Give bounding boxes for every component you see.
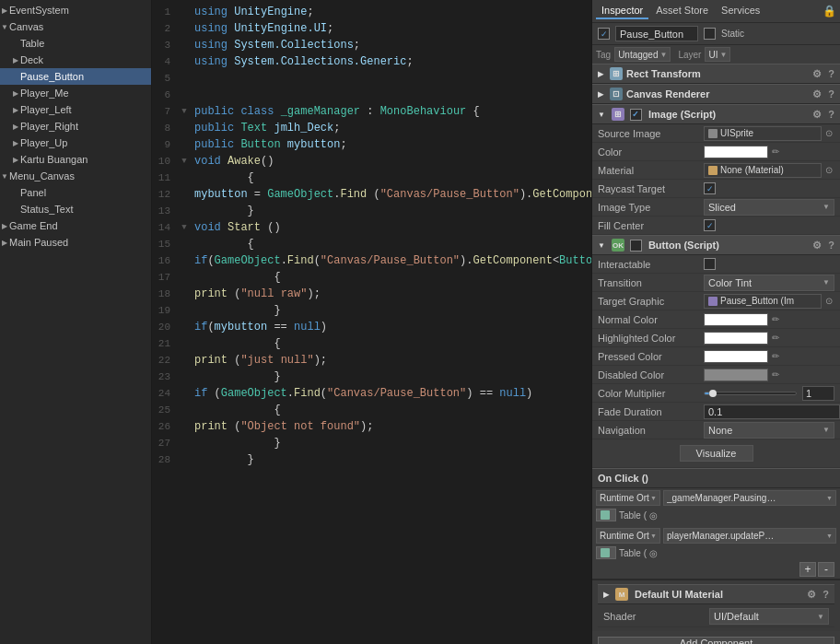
material-header[interactable]: ▶ M Default UI Material ⚙ ? [598,584,834,604]
image-type-dropdown[interactable]: Sliced ▼ [704,199,834,216]
event1-runtime-dropdown[interactable]: Runtime Ort▼ [596,490,660,506]
event1-table-label: Table ( ◎ [619,510,658,521]
button-enabled-checkbox[interactable] [630,240,642,252]
img-settings-icon[interactable]: ⚙ [812,109,822,121]
code-area[interactable]: 1using UnityEngine;2using UnityEngine.UI… [152,0,591,644]
inspector-lock-icon[interactable]: 🔒 [822,5,836,18]
hierarchy-item-canvas[interactable]: ▼Canvas [0,18,151,35]
tag-dropdown[interactable]: Untagged▼ [614,47,671,62]
disabled-color-swatch[interactable] [704,369,768,381]
img-help-icon[interactable]: ? [828,109,834,120]
gameobject-name-input[interactable] [615,26,698,41]
source-image-edit[interactable]: ⊙ [823,128,834,138]
transition-label: Transition [598,277,704,288]
inspector-tab-asset-store[interactable]: Asset Store [650,3,714,19]
img-collapse-arrow: ▼ [598,111,605,119]
navigation-dropdown[interactable]: None ▼ [704,422,834,439]
collapse-icon[interactable]: ▼ [178,103,191,120]
color-multiplier-label: Color Multiplier [598,388,704,399]
fade-duration-input[interactable] [704,404,840,419]
tg-edit[interactable]: ⊙ [823,296,834,306]
component-settings-icon[interactable]: ⚙ [812,68,822,80]
target-graphic-ref[interactable]: Pause_Button (Im [704,294,822,309]
normal-color-swatch[interactable] [704,313,768,326]
tree-arrow: ▶ [0,239,9,247]
material-ref[interactable]: None (Material) [704,163,822,178]
fill-center-checkbox[interactable]: ✓ [704,219,716,231]
event2-runtime-dropdown[interactable]: Runtime Ort▼ [596,528,660,544]
event1-func-dropdown[interactable]: _gameManager.PausingGame ▼ [663,490,836,506]
line-number: 22 [152,352,178,369]
line-content: } [191,435,591,451]
hierarchy-item-main-paused[interactable]: ▶Main Paused [0,234,151,251]
line-content: print ("just null"); [191,352,591,369]
image-enabled-checkbox[interactable]: ✓ [630,109,642,121]
hierarchy-item-kartu-buangan[interactable]: ▶Kartu Buangan [0,151,151,168]
btn-help-icon[interactable]: ? [828,240,834,251]
inspector-tab-inspector[interactable]: Inspector [596,3,648,19]
component-help-icon[interactable]: ? [828,68,834,79]
layer-dropdown[interactable]: UI▼ [705,47,730,62]
mat-settings-icon[interactable]: ⚙ [807,589,816,601]
dc-edit[interactable]: ✏ [770,369,781,380]
btn-settings-icon[interactable]: ⚙ [812,240,822,252]
hierarchy-item-panel[interactable]: Panel [0,184,151,201]
cr-help-icon[interactable]: ? [828,88,834,100]
button-script-header[interactable]: ▼ OK Button (Script) ⚙ ? [592,235,840,255]
line-content: { [191,236,591,252]
canvas-renderer-header[interactable]: ▶ ⊡ Canvas Renderer ⚙ ? [592,84,840,104]
hierarchy-item-table[interactable]: Table [0,35,151,52]
hierarchy-item-pause-button[interactable]: Pause_Button [0,68,151,85]
image-color-edit[interactable]: ✏ [770,146,781,157]
hierarchy-item-player-right[interactable]: ▶Player_Right [0,118,151,135]
hierarchy-item-deck[interactable]: ▶Deck [0,52,151,68]
transition-row: Transition Color Tint ▼ [592,274,840,292]
image-script-header[interactable]: ▼ ⊞ ✓ Image (Script) ⚙ ? [592,104,840,124]
collapse-icon[interactable]: ▼ [178,153,191,170]
tree-arrow: ▼ [0,23,9,31]
image-color-swatch[interactable] [704,146,768,158]
hierarchy-item-player-up[interactable]: ▶Player_Up [0,135,151,151]
hierarchy-item-player-left[interactable]: ▶Player_Left [0,101,151,118]
target-graphic-row: Target Graphic Pause_Button (Im ⊙ [592,292,840,310]
nc-edit[interactable]: ✏ [770,314,781,324]
tree-label: Table [20,38,44,49]
line-content: public Button mybutton; [191,136,591,153]
remove-event-button[interactable]: - [818,562,834,577]
tree-arrow: ▶ [11,156,20,164]
material-edit[interactable]: ⊙ [823,165,834,175]
event2-func-dropdown[interactable]: playerManager.updatePoint ▼ [663,528,836,544]
active-checkbox[interactable]: ✓ [598,28,610,40]
color-multiplier-slider[interactable] [704,392,797,395]
visualize-button[interactable]: Visualize [680,445,753,462]
add-event-button[interactable]: + [799,562,816,577]
transition-dropdown[interactable]: Color Tint ▼ [704,275,834,291]
navigation-label: Navigation [598,425,704,436]
mat-help-icon[interactable]: ? [822,589,829,600]
raycast-checkbox[interactable]: ✓ [704,182,716,194]
code-line-19: 19 } [152,302,591,319]
tag-layer-row: Tag Untagged▼ Layer UI▼ [592,45,840,64]
hc-edit[interactable]: ✏ [770,333,781,343]
hierarchy-item-menu-canvas[interactable]: ▼Menu_Canvas [0,168,151,184]
highlighted-color-swatch[interactable] [704,332,768,345]
color-multiplier-input[interactable] [802,386,834,401]
shader-dropdown[interactable]: UI/Default ▼ [709,608,829,625]
hierarchy-item-status-text[interactable]: Status_Text [0,201,151,217]
inspector-tab-services[interactable]: Services [716,3,765,19]
static-checkbox[interactable] [704,28,716,40]
interactable-checkbox[interactable] [704,258,716,270]
code-line-4: 4using System.Collections.Generic; [152,53,591,70]
hierarchy-item-game-end[interactable]: ▶Game End [0,217,151,234]
pc-edit[interactable]: ✏ [770,351,781,361]
tree-label: Main Paused [9,237,68,248]
hierarchy-item-eventsystem[interactable]: ▶EventSystem [0,2,151,18]
source-image-ref[interactable]: UISprite [704,126,822,141]
tree-label: Player_Up [20,137,67,148]
cr-settings-icon[interactable]: ⚙ [812,88,822,100]
add-component-button[interactable]: Add Component [598,637,834,644]
hierarchy-item-player-me[interactable]: ▶Player_Me [0,85,151,101]
collapse-icon[interactable]: ▼ [178,219,191,236]
rect-transform-header[interactable]: ▶ ⊞ Rect Transform ⚙ ? [592,64,840,84]
pressed-color-swatch[interactable] [704,350,768,363]
